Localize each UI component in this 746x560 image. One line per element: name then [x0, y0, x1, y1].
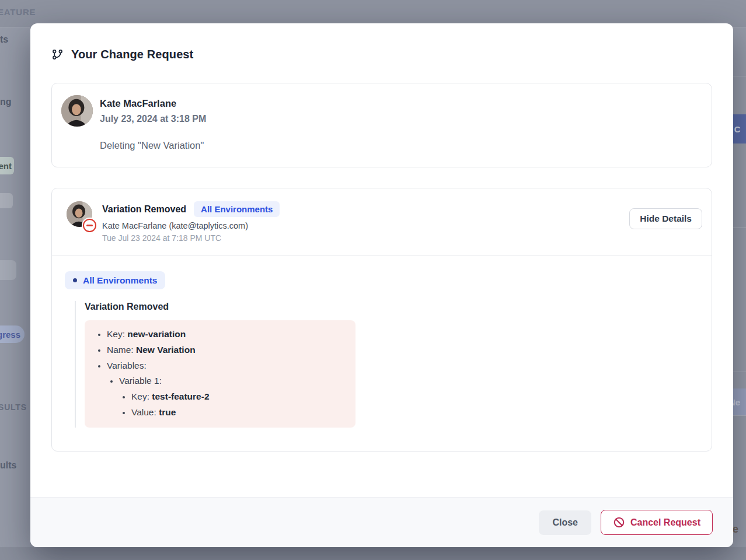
cancel-request-label: Cancel Request	[630, 517, 700, 528]
change-card-body: All Environments Variation Removed Key: …	[52, 256, 712, 451]
background-environment-pill[interactable]: ent	[0, 157, 14, 174]
change-card-header: Variation Removed All Environments Kate …	[52, 188, 712, 256]
background-shape	[0, 260, 16, 280]
cancel-request-button[interactable]: Cancel Request	[601, 510, 713, 535]
avatar-with-badge	[67, 201, 92, 227]
change-card: Variation Removed All Environments Kate …	[51, 188, 712, 452]
removed-details-box: Key: new-variation Name: New Variation V…	[85, 320, 355, 428]
avatar	[61, 95, 93, 127]
removed-details-list: Key: new-variation Name: New Variation V…	[93, 327, 347, 421]
background-nav-item[interactable]: ng	[0, 97, 12, 107]
comment-body: Kate MacFarlane July 23, 2024 at 3:18 PM…	[100, 95, 206, 155]
environment-badge: All Environments	[194, 201, 280, 217]
event-title: Variation Removed	[102, 203, 186, 216]
background-pill	[0, 193, 13, 208]
environment-dot-icon	[73, 278, 77, 282]
change-request-modal: Your Change Request Kate MacFarlane July…	[30, 23, 733, 547]
detail-item-variable-value: Value: true	[131, 405, 347, 421]
detail-item-key: Key: new-variation	[107, 327, 347, 342]
close-button[interactable]: Close	[539, 510, 591, 535]
detail-value: test-feature-2	[152, 391, 209, 401]
details-heading: Variation Removed	[85, 301, 698, 313]
detail-label: Value:	[131, 407, 156, 417]
detail-label: Variables:	[107, 360, 147, 370]
background-status-pill[interactable]: gress	[0, 326, 25, 343]
background-results-header: SULTS	[0, 402, 27, 412]
pill-label: gress	[0, 330, 20, 340]
change-info: Variation Removed All Environments Kate …	[102, 201, 280, 243]
detail-label: Key:	[107, 329, 125, 339]
comment-author: Kate MacFarlane	[100, 97, 206, 109]
detail-item-variable-1: Variable 1: Key: test-feature-2 Value:	[119, 373, 347, 420]
screen: EATURE ts ng ent gress SULTS ults w C Ne…	[0, 0, 746, 560]
change-author: Kate MacFarlane (kate@taplytics.com)	[102, 220, 280, 231]
comment-message: Deleting "New Variation"	[100, 139, 206, 152]
modal-footer: Close Cancel Request	[30, 497, 733, 547]
detail-label: Name:	[107, 345, 134, 355]
prohibit-icon	[613, 516, 625, 528]
environment-pill-label: All Environments	[83, 275, 157, 286]
background-nav-item[interactable]: ts	[0, 34, 8, 45]
detail-label: Variable 1:	[119, 376, 162, 386]
comment-timestamp: July 23, 2024 at 3:18 PM	[100, 113, 206, 125]
detail-value: New Variation	[136, 345, 196, 355]
details-block: Variation Removed Key: new-variation Nam…	[75, 301, 698, 428]
detail-value: true	[159, 407, 176, 417]
change-timestamp: Tue Jul 23 2024 at 7:18 PM UTC	[102, 233, 280, 243]
hide-details-button[interactable]: Hide Details	[629, 208, 702, 229]
comment-card: Kate MacFarlane July 23, 2024 at 3:18 PM…	[51, 83, 712, 167]
pill-label: ent	[0, 161, 12, 171]
modal-title: Your Change Request	[71, 48, 193, 61]
detail-item-variable-key: Key: test-feature-2	[131, 389, 347, 405]
change-request-branch-icon	[51, 48, 64, 61]
background-feature-header: EATURE	[0, 7, 36, 17]
detail-value: new-variation	[127, 329, 186, 339]
detail-item-variables: Variables: Variable 1: Key: test-feature…	[107, 358, 347, 421]
environment-pill: All Environments	[65, 271, 165, 289]
detail-label: Key:	[131, 391, 149, 401]
background-bottom-bar	[0, 547, 746, 560]
modal-header: Your Change Request	[30, 23, 733, 61]
removed-minus-icon	[83, 219, 96, 232]
detail-item-name: Name: New Variation	[107, 342, 347, 358]
background-nav-item[interactable]: ults	[0, 460, 16, 471]
